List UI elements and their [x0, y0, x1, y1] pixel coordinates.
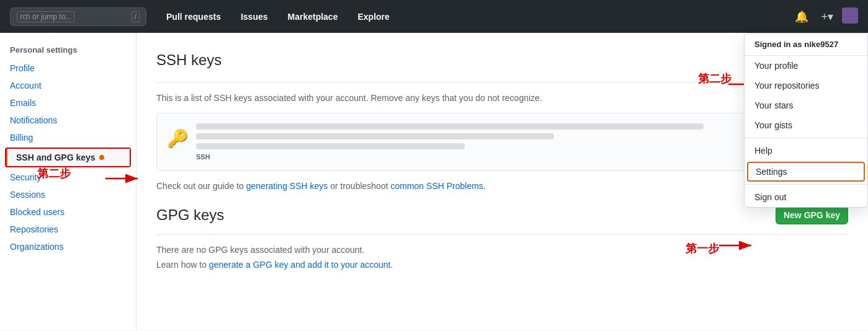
- sidebar-item-emails[interactable]: Emails: [0, 94, 136, 112]
- key-row-1: [196, 123, 704, 130]
- settings-item[interactable]: Settings: [747, 162, 865, 182]
- top-navigation: rch or jump to... / Pull requests Issues…: [0, 0, 868, 33]
- active-indicator: [99, 155, 104, 160]
- sidebar-item-ssh-gpg[interactable]: SSH and GPG keys: [6, 149, 130, 166]
- nav-links: Pull requests Issues Marketplace Explore: [156, 12, 390, 22]
- sidebar-item-blocked-users[interactable]: Blocked users: [0, 203, 136, 221]
- help-item[interactable]: Help: [745, 141, 867, 161]
- sidebar-item-organizations[interactable]: Organizations: [0, 238, 136, 255]
- your-gists-item[interactable]: Your gists: [745, 115, 867, 135]
- sidebar-item-security[interactable]: Security: [0, 169, 136, 186]
- key-type-label: SSH: [196, 153, 793, 161]
- dropdown-divider-1: [745, 138, 867, 138]
- generate-gpg-key-link[interactable]: generate a GPG key and add it to your ac…: [209, 260, 391, 270]
- sidebar-title: Personal settings: [0, 43, 136, 60]
- page-layout: Personal settings Profile Account Emails…: [0, 33, 868, 330]
- marketplace-link[interactable]: Marketplace: [288, 12, 338, 22]
- ssh-title: SSH keys: [156, 51, 221, 69]
- your-stars-item[interactable]: Your stars: [745, 95, 867, 115]
- dropdown-divider-2: [745, 184, 867, 185]
- guide-end: .: [483, 181, 486, 191]
- gpg-title: GPG keys: [156, 206, 224, 224]
- gpg-section-header: GPG keys New GPG key: [156, 206, 848, 235]
- sidebar-item-account[interactable]: Account: [0, 77, 136, 94]
- common-ssh-problems-link[interactable]: common SSH Problems: [390, 181, 483, 191]
- sidebar-item-sessions[interactable]: Sessions: [0, 186, 136, 203]
- sidebar-item-billing[interactable]: Billing: [0, 129, 136, 146]
- signed-in-prefix: Signed in as: [754, 40, 804, 49]
- sidebar-item-profile[interactable]: Profile: [0, 60, 136, 77]
- avatar[interactable]: [842, 7, 858, 24]
- new-gpg-key-button[interactable]: New GPG key: [776, 206, 848, 224]
- key-row-3: [196, 143, 465, 149]
- key-icon: 🔑: [167, 128, 189, 149]
- key-info: SSH: [196, 123, 793, 161]
- explore-link[interactable]: Explore: [357, 12, 389, 22]
- your-repositories-item[interactable]: Your repositories: [745, 76, 867, 95]
- sidebar: Personal settings Profile Account Emails…: [0, 33, 136, 330]
- slash-shortcut: /: [132, 11, 140, 22]
- ssh-gpg-label: SSH and GPG keys: [16, 152, 96, 162]
- gpg-learn-text: Learn how to generate a GPG key and add …: [156, 260, 848, 270]
- dropdown-signed-in: Signed in as nike9527: [745, 33, 867, 56]
- user-dropdown-menu: Signed in as nike9527 Your profile Your …: [744, 33, 868, 208]
- sidebar-item-repositories[interactable]: Repositories: [0, 221, 136, 238]
- issues-link[interactable]: Issues: [241, 12, 268, 22]
- pull-requests-link[interactable]: Pull requests: [166, 12, 221, 22]
- learn-end: .: [390, 260, 393, 270]
- search-bar[interactable]: rch or jump to... /: [10, 7, 146, 26]
- generating-ssh-keys-link[interactable]: generating SSH keys: [246, 181, 328, 191]
- guide-middle: or troubleshoot: [328, 181, 390, 191]
- your-profile-item[interactable]: Your profile: [745, 56, 867, 76]
- sidebar-item-notifications[interactable]: Notifications: [0, 112, 136, 129]
- sidebar-active-wrapper: SSH and GPG keys: [5, 148, 131, 167]
- key-row-2: [196, 133, 554, 139]
- learn-prefix: Learn how to: [156, 260, 209, 270]
- notifications-icon[interactable]: 🔔: [791, 7, 812, 26]
- gpg-section: GPG keys New GPG key There are no GPG ke…: [156, 206, 848, 270]
- dropdown-username: nike9527: [804, 40, 838, 49]
- sign-out-item[interactable]: Sign out: [745, 187, 867, 207]
- topnav-right: 🔔 +▾: [791, 7, 858, 26]
- guide-prefix: Check out our guide to: [156, 181, 246, 191]
- search-placeholder: rch or jump to...: [17, 11, 74, 22]
- no-gpg-message: There are no GPG keys associated with yo…: [156, 245, 848, 255]
- new-item-button[interactable]: +▾: [817, 7, 837, 26]
